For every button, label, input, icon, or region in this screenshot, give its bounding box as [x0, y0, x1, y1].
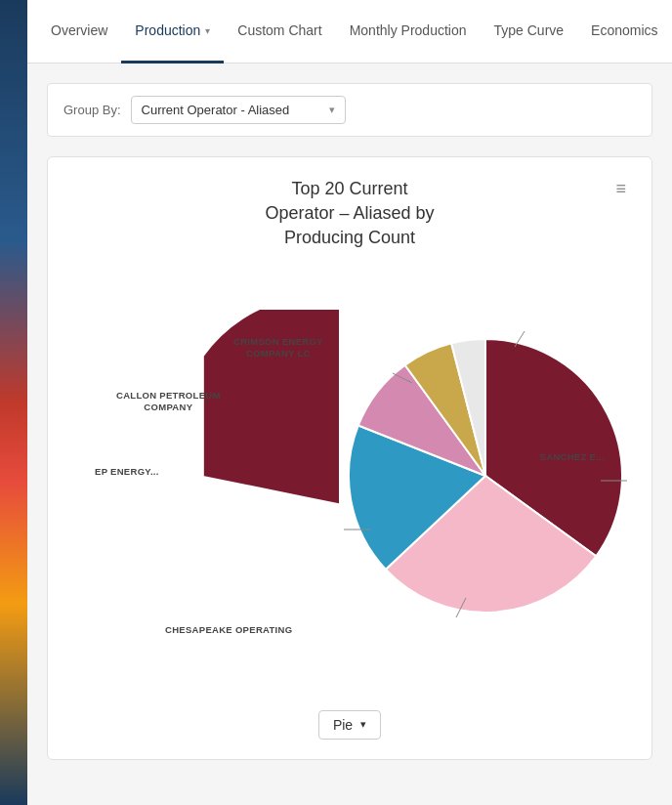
left-sidebar — [0, 0, 27, 805]
group-by-row: Group By: Current Operator - Aliased ▾ — [47, 83, 652, 137]
label-crimson: CRIMSON ENERGY COMPANY LC — [233, 324, 323, 360]
label-sanchez: SANCHEZ E... — [540, 451, 605, 463]
group-by-value: Current Operator - Aliased — [142, 103, 290, 117]
label-callon: CALLON PETROLEUM COMPANY — [116, 378, 221, 414]
chart-card: Top 20 Current Operator – Aliased by Pro… — [47, 156, 652, 760]
pie-labels: SANCHEZ E... CHESAPEAKE OPERATING EP ENE… — [67, 261, 632, 691]
group-by-label: Group By: — [63, 103, 121, 117]
tab-monthly-production[interactable]: Monthly Production — [336, 0, 481, 64]
pie-container: SANCHEZ E... CHESAPEAKE OPERATING EP ENE… — [67, 261, 632, 691]
group-by-arrow-icon: ▾ — [329, 104, 335, 116]
main-content: Overview Production ▾ Custom Chart Month… — [27, 0, 672, 805]
production-dropdown-arrow: ▾ — [205, 25, 210, 36]
group-by-dropdown[interactable]: Current Operator - Aliased ▾ — [131, 96, 346, 124]
chart-menu-icon[interactable]: ≡ — [610, 177, 633, 201]
chart-title: Top 20 Current Operator – Aliased by Pro… — [256, 177, 444, 251]
label-chesapeake: CHESAPEAKE OPERATING — [165, 624, 292, 636]
tab-overview[interactable]: Overview — [37, 0, 121, 64]
tab-production[interactable]: Production ▾ — [121, 0, 224, 64]
chart-type-label: Pie — [333, 717, 353, 733]
chart-footer: Pie ▾ — [67, 710, 632, 740]
content-area: Group By: Current Operator - Aliased ▾ T… — [27, 64, 672, 805]
label-ep-energy: EP ENERGY... — [95, 466, 159, 478]
nav-tabs: Overview Production ▾ Custom Chart Month… — [27, 0, 672, 64]
tab-economics[interactable]: Economics — [577, 0, 671, 64]
chart-header: Top 20 Current Operator – Aliased by Pro… — [67, 177, 632, 251]
tab-custom-chart[interactable]: Custom Chart — [224, 0, 335, 64]
chart-type-arrow-icon: ▾ — [360, 718, 366, 731]
chart-type-dropdown[interactable]: Pie ▾ — [318, 710, 381, 740]
tab-type-curve[interactable]: Type Curve — [481, 0, 578, 64]
